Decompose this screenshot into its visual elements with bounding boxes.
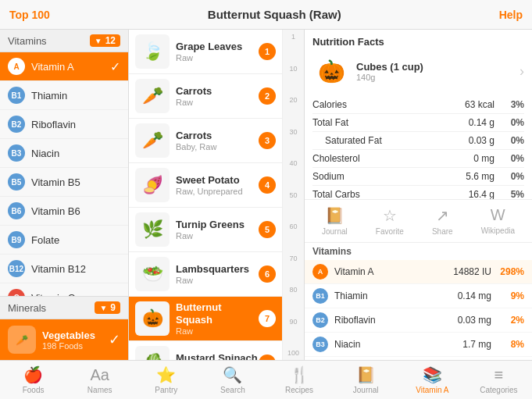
vitamins-title: Vitamins (8, 35, 47, 47)
vr-circle-b3: B3 (312, 337, 328, 352)
sidebar-item-b5[interactable]: B5 Vitamin B5 (0, 168, 128, 197)
food-item-8[interactable]: 🥬 Mustard Spinach Tendergreen, Raw 8 (129, 341, 282, 360)
food-item-4[interactable]: 🍠 Sweet Potato Raw, Unprepared 4 (129, 163, 282, 208)
vitamin-circle-b9: B9 (8, 231, 25, 248)
nf-row-calories: Calories 63 kcal 3% (312, 96, 524, 114)
top100-button[interactable]: Top 100 (9, 9, 50, 21)
product-weight: 140g (356, 73, 423, 82)
minerals-badge[interactable]: ▼ 9 (95, 301, 120, 314)
nav-item-search[interactable]: 🔍 Search (199, 362, 266, 397)
food-name-2: Carrots (176, 85, 259, 98)
food-image-6: 🥗 (135, 257, 170, 291)
food-item-7[interactable]: 🎃 Butternut Squash Raw 7 (129, 297, 282, 341)
vitamin-detail-row-b3[interactable]: B3 Niacin 1.7 mg 8% (305, 333, 532, 357)
food-item-2[interactable]: 🥕 Carrots Raw 2 (129, 74, 282, 119)
bottom-nav: 🍎 Foods Aa Names ⭐ Pantry 🔍 Search 🍴 Rec… (0, 360, 532, 399)
category-item[interactable]: 🥕 Vegetables 198 Foods ✓ (0, 319, 128, 360)
foods-icon: 🍎 (23, 365, 43, 384)
vitamin-label-b12: Vitamin B12 (31, 263, 120, 275)
foods-label: Foods (23, 386, 45, 394)
sidebar-item-b12[interactable]: B12 Vitamin B12 (0, 255, 128, 283)
sidebar-item-c[interactable]: C Vitamin C (0, 283, 128, 296)
journal-icon: 📔 (356, 365, 376, 384)
product-header[interactable]: 🎃 Cubes (1 cup) 140g › (312, 52, 524, 90)
vitamins-detail-title: Vitamins (305, 243, 532, 260)
favorite-label: Favorite (376, 227, 404, 236)
action-favorite-button[interactable]: ☆ Favorite (376, 206, 404, 236)
food-item-3[interactable]: 🥕 Carrots Baby, Raw 3 (129, 119, 282, 163)
food-item-5[interactable]: 🌿 Turnip Greens Raw 5 (129, 208, 282, 252)
share-label: Share (432, 227, 453, 236)
nutrition-facts: Nutrition Facts 🎃 Cubes (1 cup) 140g › C… (305, 30, 532, 199)
vitamin-a-label: Vitamin A (416, 386, 448, 394)
sidebar-item-b6[interactable]: B6 Vitamin B6 (0, 197, 128, 226)
food-name-4: Sweet Potato (176, 174, 259, 187)
food-sub-3: Baby, Raw (176, 142, 259, 151)
pantry-icon: ⭐ (156, 365, 176, 384)
nav-item-journal[interactable]: 📔 Journal (333, 362, 399, 397)
minerals-title: Minerals (8, 302, 46, 314)
names-icon: Aa (90, 366, 109, 384)
vitamins-badge[interactable]: ▼ 12 (90, 34, 120, 47)
vitamin-label-b2: Riboflavin (31, 119, 120, 130)
vitamin-detail-row-b2[interactable]: B2 Riboflavin 0.03 mg 2% (305, 308, 532, 333)
scale-value-30: 30 (283, 128, 304, 136)
vitamin-circle-b1: B1 (8, 87, 25, 104)
food-item-6[interactable]: 🥗 Lambsquarters Raw 6 (129, 252, 282, 297)
food-name-7: Butternut Squash (176, 301, 259, 326)
nutrition-facts-title: Nutrition Facts (312, 36, 524, 48)
check-icon: ✓ (110, 59, 120, 74)
nf-row-sodium: Sodium 5.6 mg 0% (312, 168, 524, 186)
help-button[interactable]: Help (499, 9, 523, 21)
action-journal-button[interactable]: 📔 Journal (322, 206, 348, 236)
category-count: 198 Foods (42, 341, 109, 351)
vitamin-label-b3: Niacin (31, 148, 120, 159)
category-check-icon: ✓ (109, 331, 120, 348)
product-name: Cubes (1 cup) (356, 61, 423, 73)
wikipedia-label: Wikipedia (481, 226, 515, 235)
product-arrow-icon[interactable]: › (520, 63, 524, 80)
badge-arrow-icon: ▼ (95, 37, 102, 45)
scale-value-70: 70 (283, 255, 304, 262)
vitamin-label-a: Vitamin A (31, 61, 110, 73)
nav-item-names[interactable]: Aa Names (66, 363, 133, 397)
sidebar-item-b1[interactable]: B1 Thiamin (0, 81, 128, 110)
vitamin-circle-a: A (8, 58, 25, 75)
vr-circle-a: A (312, 264, 328, 280)
vr-circle-b2: B2 (312, 312, 328, 328)
vitamin-list: A Vitamin A ✓ B1 Thiamin B2 Riboflavin B… (0, 52, 128, 296)
nav-item-vitamin-a[interactable]: 📚 Vitamin A (399, 362, 466, 397)
scale-value-100: 100 (283, 349, 304, 357)
nav-item-pantry[interactable]: ⭐ Pantry (133, 362, 199, 397)
food-image-7: 🎃 (135, 301, 170, 336)
food-rank-4: 4 (259, 176, 276, 194)
sidebar-item-b3[interactable]: B3 Niacin (0, 139, 128, 168)
scale-value-10: 10 (283, 65, 304, 73)
nav-item-recipes[interactable]: 🍴 Recipes (266, 362, 333, 397)
action-share-button[interactable]: ↗ Share (432, 206, 453, 236)
sidebar-item-a[interactable]: A Vitamin A ✓ (0, 52, 128, 81)
food-rank-8: 8 (259, 354, 276, 360)
food-sub-5: Raw (176, 231, 259, 240)
action-buttons: 📔 Journal ☆ Favorite ↗ Share W Wikipedia (305, 199, 532, 243)
vitamin-circle-b6: B6 (8, 202, 25, 219)
vitamin-detail-row-b1[interactable]: B1 Thiamin 0.14 mg 9% (305, 284, 532, 308)
nav-item-foods[interactable]: 🍎 Foods (0, 362, 66, 397)
vitamin-circle-b12: B12 (8, 260, 25, 277)
action-wikipedia-button[interactable]: W Wikipedia (481, 206, 515, 236)
middle-panel: 🍃 Grape Leaves Raw 1 🥕 Carrots Raw 2 🥕 C… (129, 30, 305, 360)
main-content: Vitamins ▼ 12 A Vitamin A ✓ B1 Thiamin B… (0, 30, 532, 360)
food-item-1[interactable]: 🍃 Grape Leaves Raw 1 (129, 30, 282, 74)
scale-value-1: 1 (283, 33, 304, 41)
vitamins-section-header: Vitamins ▼ 12 (0, 30, 128, 52)
vitamin-label-b5: Vitamin B5 (31, 176, 120, 188)
sidebar-item-b9[interactable]: B9 Folate (0, 226, 128, 255)
sidebar-item-b2[interactable]: B2 Riboflavin (0, 110, 128, 139)
nf-row-cholesterol: Cholesterol 0 mg 0% (312, 150, 524, 168)
vitamin-a-icon: 📚 (423, 365, 442, 384)
category-name: Vegetables (42, 330, 109, 341)
nav-item-categories[interactable]: ≡ Categories (466, 363, 532, 397)
food-rank-6: 6 (259, 265, 276, 283)
journal-label: Journal (353, 386, 379, 394)
vitamin-detail-row-a[interactable]: A Vitamin A 14882 IU 298% (305, 260, 532, 284)
